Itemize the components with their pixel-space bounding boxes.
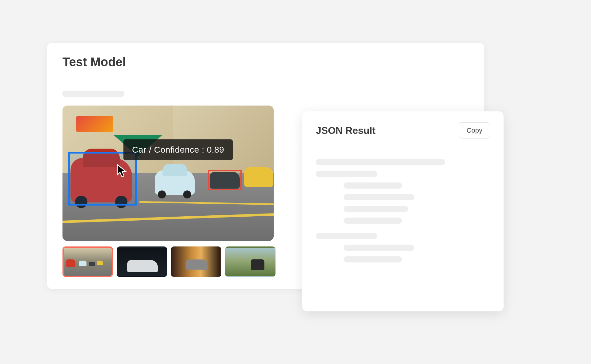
json-result-panel: JSON Result Copy	[302, 111, 504, 311]
scene-car-yellow	[244, 167, 273, 187]
subtitle-placeholder	[62, 91, 124, 97]
json-placeholder-block-1	[316, 159, 490, 224]
json-placeholder-line	[344, 256, 402, 262]
cursor-icon	[116, 163, 129, 178]
copy-button[interactable]: Copy	[459, 122, 490, 138]
bounding-box-secondary[interactable]	[208, 170, 242, 190]
thumb-motion-blur-car[interactable]	[171, 246, 221, 277]
json-result-body	[302, 147, 504, 283]
scene-store-sign	[76, 116, 113, 132]
detection-label: Car / Confidence : 0.89	[123, 139, 233, 160]
json-placeholder-line	[316, 159, 445, 165]
preview-image[interactable]: Car / Confidence : 0.89	[62, 106, 274, 241]
json-placeholder-line	[344, 194, 414, 200]
scene-car-blue	[155, 170, 195, 195]
json-placeholder-block-2	[316, 233, 490, 262]
panel-header: Test Model	[47, 43, 484, 79]
json-result-title: JSON Result	[316, 125, 376, 136]
thumb-white-car-dark[interactable]	[117, 246, 167, 277]
json-placeholder-line	[316, 233, 377, 239]
panel-title: Test Model	[62, 55, 469, 69]
thumb-street-cars[interactable]	[62, 246, 113, 277]
json-placeholder-line	[344, 206, 408, 212]
json-placeholder-line	[344, 245, 414, 251]
json-placeholder-line	[344, 182, 402, 189]
json-placeholder-line	[316, 171, 377, 177]
json-result-header: JSON Result Copy	[302, 111, 504, 147]
json-placeholder-line	[344, 218, 402, 224]
thumb-offroad-landscape[interactable]	[225, 246, 275, 277]
